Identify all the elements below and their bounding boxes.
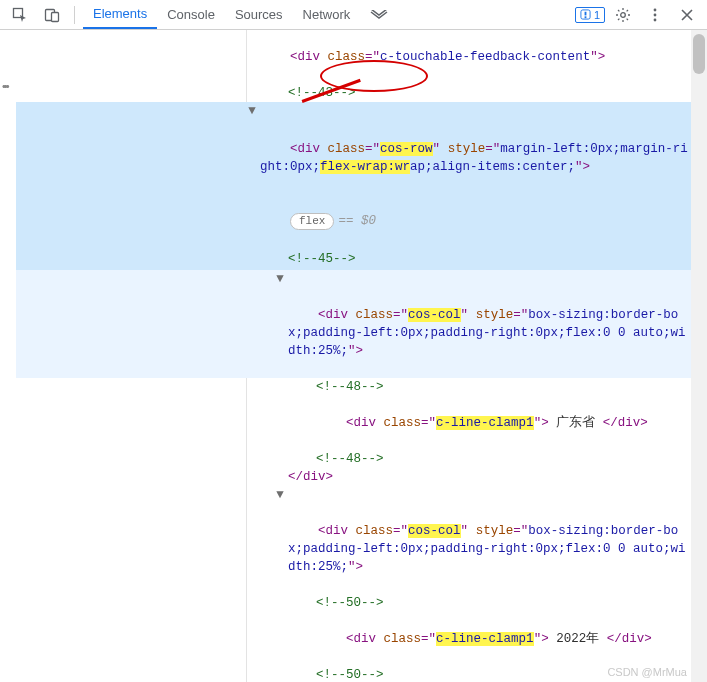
dom-tree[interactable]: <div class="c-touchable-feedback-content… (16, 30, 691, 682)
svg-rect-5 (584, 16, 586, 18)
devtools-toolbar: Elements Console Sources Network 1 (0, 0, 707, 30)
tab-elements[interactable]: Elements (83, 0, 157, 29)
dom-node[interactable]: <div class="c-line-clamp1"> 广东省 </div> (16, 396, 691, 450)
flex-badge[interactable]: flex (290, 213, 334, 230)
toolbar-divider (74, 6, 75, 24)
settings-gear-icon[interactable] (609, 1, 637, 29)
device-toggle-icon[interactable] (38, 1, 66, 29)
dom-node-fragment[interactable]: <div class="c-touchable-feedback-content… (16, 30, 691, 84)
dom-node[interactable]: ▼ <div class="cos-col" style="box-sizing… (16, 486, 691, 594)
expand-caret-icon[interactable]: ▼ (274, 270, 286, 288)
svg-point-8 (654, 13, 657, 16)
issues-count: 1 (594, 9, 600, 21)
console-ref: == $0 (338, 214, 376, 228)
left-gutter: ••• (0, 30, 16, 682)
tab-sources[interactable]: Sources (225, 0, 293, 29)
kebab-menu-icon[interactable] (641, 1, 669, 29)
dom-comment[interactable]: <!--43--> (16, 84, 691, 102)
svg-rect-4 (584, 12, 586, 16)
dom-comment[interactable]: <!--45--> (16, 250, 691, 270)
panel-tabs: Elements Console Sources Network (83, 0, 398, 29)
dom-comment[interactable]: <!--48--> (16, 450, 691, 468)
scrollbar-thumb[interactable] (693, 34, 705, 74)
vertical-scrollbar[interactable] (691, 30, 707, 682)
inspect-icon[interactable] (6, 1, 34, 29)
dom-node[interactable]: ▼ <div class="cos-col" style="box-sizing… (16, 270, 691, 378)
expand-caret-icon[interactable]: ▼ (274, 486, 286, 504)
dom-node[interactable]: <div class="c-line-clamp1"> 2022年 </div> (16, 612, 691, 666)
close-icon[interactable] (673, 1, 701, 29)
dom-comment[interactable]: <!--50--> (16, 594, 691, 612)
issues-badge[interactable]: 1 (575, 7, 605, 23)
expand-caret-icon[interactable]: ▼ (246, 102, 258, 120)
dom-node-selected[interactable]: ▼ <div class="cos-row" style="margin-lef… (16, 102, 691, 250)
collapsed-indicator-icon[interactable]: ••• (2, 80, 8, 92)
svg-point-6 (621, 12, 626, 17)
tab-console[interactable]: Console (157, 0, 225, 29)
tabs-overflow-icon[interactable] (360, 0, 398, 29)
svg-rect-2 (52, 12, 59, 21)
dom-comment[interactable]: <!--48--> (16, 378, 691, 396)
svg-point-7 (654, 8, 657, 11)
tab-network[interactable]: Network (293, 0, 361, 29)
dom-comment[interactable]: <!--50--> (16, 666, 691, 682)
dom-node-close[interactable]: </div> (16, 468, 691, 486)
watermark: CSDN @MrMua (607, 666, 687, 678)
svg-point-9 (654, 18, 657, 21)
